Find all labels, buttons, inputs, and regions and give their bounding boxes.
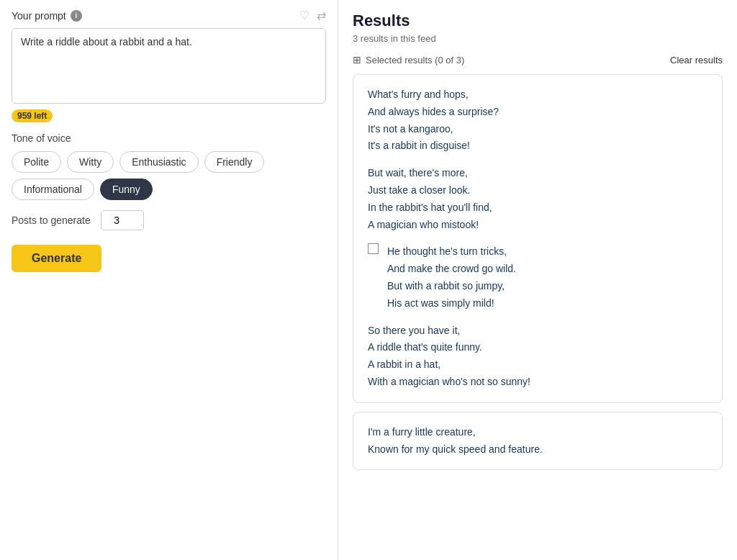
result-1-para-4: So there you have it,A riddle that's qui… [368,322,707,391]
result-1-para-3: He thought he's turn tricks,And make the… [387,243,516,312]
prompt-title-area: Your prompt i [12,10,82,22]
prompt-header: Your prompt i ♡ ⇄ [12,9,326,22]
tone-btn-enthusiastic[interactable]: Enthusiastic [119,151,198,173]
posts-input[interactable] [101,210,144,230]
posts-label: Posts to generate [12,214,91,226]
selected-label-text: Selected results (0 of 3) [366,55,464,66]
char-counter: 959 left [12,109,53,122]
tone-btn-friendly[interactable]: Friendly [204,151,265,173]
results-subtitle: 3 results in this feed [353,33,723,44]
info-icon[interactable]: i [71,10,82,22]
result-text-2: I'm a furry little creature,Known for my… [368,424,707,459]
generate-button[interactable]: Generate [12,245,101,272]
tone-buttons-group: Polite Witty Enthusiastic Friendly Infor… [12,151,326,200]
favorite-icon[interactable]: ♡ [299,9,309,22]
tone-btn-witty[interactable]: Witty [67,151,114,173]
clear-results-button[interactable]: Clear results [670,55,723,66]
prompt-textarea-wrapper: Write a riddle about a rabbit and a hat. [12,28,326,104]
posts-row: Posts to generate [12,210,326,230]
shuffle-icon[interactable]: ⇄ [317,9,326,22]
result-2-para-1: I'm a furry little creature,Known for my… [368,424,707,459]
expand-icon[interactable]: ⊞ [353,54,361,66]
results-toolbar: ⊞ Selected results (0 of 3) Clear result… [353,54,723,66]
results-title: Results [353,12,723,30]
selected-label-area: ⊞ Selected results (0 of 3) [353,54,464,66]
result-text-1: What's furry and hops,And always hides a… [368,86,707,391]
result-card-2: I'm a furry little creature,Known for my… [353,412,723,471]
result-card-1: What's furry and hops,And always hides a… [353,74,723,403]
tone-btn-informational[interactable]: Informational [12,179,94,200]
right-panel: Results 3 results in this feed ⊞ Selecte… [338,0,737,560]
tone-btn-funny[interactable]: Funny [100,179,153,200]
prompt-label: Your prompt [12,10,66,22]
result-1-para-2: But wait, there's more,Just take a close… [368,165,707,233]
tone-btn-polite[interactable]: Polite [12,151,61,173]
left-panel: Your prompt i ♡ ⇄ Write a riddle about a… [0,0,338,560]
result-1-para-1: What's furry and hops,And always hides a… [368,86,707,155]
tone-section-label: Tone of voice [12,132,326,144]
prompt-actions: ♡ ⇄ [299,9,326,22]
result-1-checkbox[interactable] [368,243,379,254]
prompt-input[interactable]: Write a riddle about a rabbit and a hat. [12,29,325,101]
